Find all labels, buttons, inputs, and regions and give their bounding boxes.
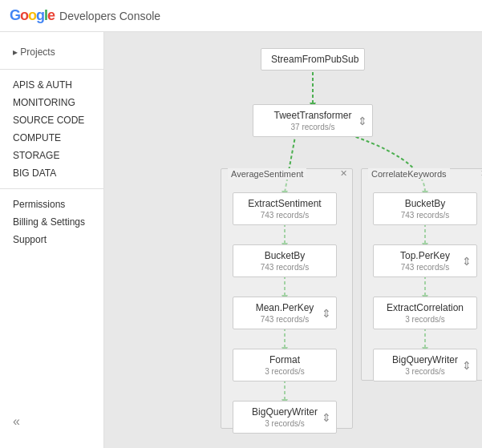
app-header: Google Developers Console <box>0 0 482 32</box>
sidebar-item-permissions[interactable]: Permissions <box>0 196 103 213</box>
sidebar-item-source-code[interactable]: SOURCE CODE <box>0 111 103 129</box>
node-format[interactable]: Format 3 records/s <box>233 349 337 381</box>
node-rate: 3 records/s <box>243 419 326 428</box>
app-title: Developers Console <box>59 10 160 22</box>
sidebar-collapse-button[interactable]: « <box>0 411 103 432</box>
node-rate: 3 records/s <box>383 315 467 324</box>
node-top-perkey[interactable]: Top.PerKey 743 records/s ⇕ <box>373 244 477 277</box>
node-tweet-transformer[interactable]: TweetTransformer 37 records/s ⇕ <box>253 104 373 137</box>
node-label: StreamFromPubSub <box>271 54 354 65</box>
node-label: TweetTransformer <box>263 110 363 121</box>
node-rate: 37 records/s <box>263 123 363 131</box>
node-label: Mean.PerKey <box>243 302 326 313</box>
node-bigquery-writer-left[interactable]: BigQueryWriter 3 records/s ⇕ <box>233 401 337 434</box>
node-label: ExtractSentiment <box>243 198 326 209</box>
expand-icon[interactable]: ⇕ <box>322 411 331 424</box>
sidebar: ▸ Projects APIS & AUTH MONITORING SOURCE… <box>0 32 104 448</box>
expand-icon[interactable]: ⇕ <box>358 115 367 127</box>
node-label: BigQueryWriter <box>383 354 467 365</box>
group-title: AverageSentiment <box>228 168 306 180</box>
node-label: BucketBy <box>383 198 467 209</box>
node-rate: 743 records/s <box>383 263 467 272</box>
group-title: CorrelateKeywords <box>368 168 450 180</box>
google-wordmark: Google <box>10 7 55 24</box>
sidebar-item-apis-auth[interactable]: APIS & AUTH <box>0 76 103 94</box>
sidebar-item-compute[interactable]: COMPUTE <box>0 129 103 147</box>
node-rate: 743 records/s <box>243 263 326 272</box>
pipeline-canvas-area: StreamFromPubSub TweetTransformer 37 rec… <box>104 32 482 448</box>
node-label: ExtractCorrelation <box>383 302 467 313</box>
sidebar-top: ▸ Projects APIS & AUTH MONITORING SOURCE… <box>0 42 103 248</box>
sidebar-divider-1 <box>0 69 103 70</box>
sidebar-item-billing[interactable]: Billing & Settings <box>0 213 103 231</box>
expand-icon[interactable]: ⇕ <box>322 307 331 320</box>
sidebar-item-projects[interactable]: ▸ Projects <box>0 42 103 63</box>
group-close-button[interactable]: ✕ <box>340 168 347 179</box>
expand-icon[interactable]: ⇕ <box>462 359 472 372</box>
pipeline-canvas: StreamFromPubSub TweetTransformer 37 rec… <box>104 32 481 448</box>
sidebar-item-monitoring[interactable]: MONITORING <box>0 94 103 111</box>
sidebar-item-big-data[interactable]: BIG DATA <box>0 164 103 182</box>
node-label: BucketBy <box>243 250 326 261</box>
google-logo: Google Developers Console <box>10 7 160 24</box>
main-layout: ▸ Projects APIS & AUTH MONITORING SOURCE… <box>0 32 482 448</box>
node-rate: 743 records/s <box>243 315 326 324</box>
node-rate: 3 records/s <box>243 367 326 376</box>
node-label: BigQueryWriter <box>243 406 326 418</box>
node-extract-correlation[interactable]: ExtractCorrelation 3 records/s <box>373 297 477 329</box>
node-mean-perkey[interactable]: Mean.PerKey 743 records/s ⇕ <box>233 297 337 329</box>
node-stream-from-pubsub[interactable]: StreamFromPubSub <box>261 48 365 71</box>
sidebar-item-storage[interactable]: STORAGE <box>0 147 103 164</box>
node-bucket-by-left[interactable]: BucketBy 743 records/s <box>233 244 337 277</box>
sidebar-bottom: « <box>0 405 103 438</box>
node-label: Format <box>243 354 326 365</box>
node-bigquery-writer-right[interactable]: BigQueryWriter 3 records/s ⇕ <box>373 349 477 381</box>
node-label: Top.PerKey <box>383 250 467 261</box>
node-bucket-by-right[interactable]: BucketBy 743 records/s <box>373 192 477 225</box>
node-rate: 743 records/s <box>383 211 467 220</box>
sidebar-item-support[interactable]: Support <box>0 231 103 248</box>
sidebar-divider-2 <box>0 188 103 189</box>
expand-icon[interactable]: ⇕ <box>462 255 472 268</box>
node-rate: 3 records/s <box>383 367 467 376</box>
node-rate: 743 records/s <box>243 211 326 220</box>
node-extract-sentiment[interactable]: ExtractSentiment 743 records/s <box>233 192 337 225</box>
